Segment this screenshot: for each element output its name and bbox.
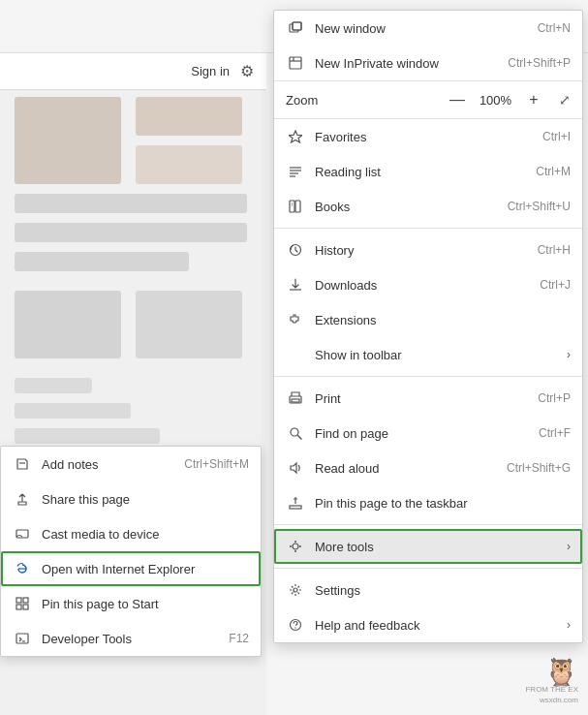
svg-point-51: [294, 627, 295, 628]
svg-rect-17: [23, 598, 28, 603]
dev-tools-icon: [13, 629, 32, 648]
content-blob-7: [15, 291, 121, 358]
zoom-label: Zoom: [286, 93, 446, 108]
share-page-label: Share this page: [42, 492, 249, 507]
menu-help[interactable]: Help and feedback ›: [274, 607, 582, 642]
add-notes-icon: [13, 454, 32, 474]
more-tools-label: More tools: [315, 540, 559, 554]
svg-marker-28: [289, 131, 302, 142]
find-label: Find on page: [315, 426, 539, 441]
read-aloud-label: Read aloud: [315, 461, 507, 476]
zoom-plus-button[interactable]: +: [522, 88, 545, 111]
menu-inprivate[interactable]: New InPrivate window Ctrl+Shift+P: [274, 46, 582, 80]
divider-2: [274, 376, 582, 377]
favorites-icon: [286, 127, 305, 146]
signin-label[interactable]: Sign in: [191, 64, 230, 78]
inprivate-label: New InPrivate window: [315, 56, 508, 71]
settings-label: Settings: [315, 583, 571, 598]
submenu-open-ie[interactable]: Open with Internet Explorer: [1, 551, 261, 586]
submenu-share-page[interactable]: Share this page: [1, 482, 261, 516]
favorites-shortcut: Ctrl+I: [542, 130, 571, 143]
books-label: Books: [315, 200, 508, 214]
menu-show-toolbar[interactable]: Show in toolbar ›: [274, 337, 582, 372]
svg-point-49: [294, 588, 297, 592]
add-notes-label: Add notes: [42, 457, 184, 472]
menu-more-tools[interactable]: More tools ›: [274, 529, 582, 564]
svg-rect-19: [23, 605, 28, 609]
dev-tools-shortcut: F12: [229, 632, 249, 645]
print-icon: [286, 389, 305, 408]
content-blob-8: [136, 291, 242, 358]
dev-tools-label: Developer Tools: [42, 632, 229, 646]
menu-favorites[interactable]: Favorites Ctrl+I: [274, 119, 582, 154]
zoom-value-display: 100%: [479, 93, 512, 108]
share-page-icon: [13, 489, 32, 509]
content-blob-2: [136, 97, 242, 136]
read-aloud-icon: [286, 458, 305, 478]
svg-rect-43: [290, 506, 301, 509]
more-tools-submenu: Add notes Ctrl+Shift+M Share this page C…: [0, 446, 262, 657]
find-icon: [286, 423, 305, 443]
new-window-shortcut: Ctrl+N: [538, 21, 571, 35]
open-ie-label: Open with Internet Explorer: [42, 562, 249, 576]
svg-point-44: [293, 544, 298, 549]
menu-new-window[interactable]: New window Ctrl+N: [274, 11, 582, 46]
watermark: 🦉 FROM THE EX wsxdn.com: [491, 657, 578, 705]
inprivate-shortcut: Ctrl+Shift+P: [508, 56, 571, 70]
menu-reading-list[interactable]: Reading list Ctrl+M: [274, 154, 582, 189]
pin-start-label: Pin this page to Start: [42, 597, 249, 611]
menu-find[interactable]: Find on page Ctrl+F: [274, 416, 582, 451]
watermark-text: FROM THE EX wsxdn.com: [525, 685, 578, 705]
favorites-label: Favorites: [315, 130, 542, 144]
add-notes-shortcut: Ctrl+Shift+M: [184, 457, 249, 471]
ie-icon: [13, 559, 32, 578]
content-blob-4: [15, 194, 247, 213]
extensions-label: Extensions: [315, 313, 571, 327]
extensions-icon: [286, 310, 305, 329]
history-label: History: [315, 243, 538, 258]
submenu-add-notes[interactable]: Add notes Ctrl+Shift+M: [1, 447, 261, 482]
show-toolbar-label: Show in toolbar: [315, 348, 559, 362]
svg-rect-34: [295, 201, 300, 212]
zoom-controls: — 100% + ⤢: [446, 88, 571, 111]
zoom-minus-button[interactable]: —: [446, 88, 469, 111]
reading-list-shortcut: Ctrl+M: [536, 165, 571, 178]
zoom-expand-button[interactable]: ⤢: [559, 92, 571, 108]
pin-start-icon: [13, 594, 32, 613]
find-shortcut: Ctrl+F: [539, 426, 571, 440]
more-tools-icon: [286, 537, 305, 556]
divider-3: [274, 524, 582, 525]
content-blob-1: [15, 97, 121, 184]
divider-1: [274, 228, 582, 229]
svg-rect-40: [292, 399, 299, 402]
history-icon: [286, 240, 305, 260]
menu-history[interactable]: History Ctrl+H: [274, 233, 582, 267]
menu-print[interactable]: Print Ctrl+P: [274, 381, 582, 416]
settings-icon: [286, 580, 305, 600]
content-blob-5: [15, 223, 247, 242]
cast-label: Cast media to device: [42, 527, 249, 542]
help-icon: [286, 615, 305, 635]
submenu-cast[interactable]: Cast media to device: [1, 516, 261, 551]
zoom-row: Zoom — 100% + ⤢: [274, 80, 582, 119]
svg-rect-18: [16, 605, 21, 609]
menu-books[interactable]: Books Ctrl+Shift+U: [274, 189, 582, 224]
svg-rect-23: [293, 22, 301, 30]
submenu-dev-tools[interactable]: Developer Tools F12: [1, 621, 261, 656]
divider-4: [274, 568, 582, 569]
print-label: Print: [315, 391, 538, 406]
books-icon: [286, 197, 305, 216]
svg-rect-25: [290, 57, 301, 69]
content-blob-11: [15, 428, 160, 444]
submenu-pin-start[interactable]: Pin this page to Start: [1, 586, 261, 621]
menu-read-aloud[interactable]: Read aloud Ctrl+Shift+G: [274, 451, 582, 485]
more-tools-arrow: ›: [567, 540, 571, 553]
menu-pin-taskbar[interactable]: Pin this page to the taskbar: [274, 485, 582, 520]
gear-icon[interactable]: ⚙: [237, 62, 257, 81]
main-dropdown-menu: New window Ctrl+N New InPrivate window C…: [273, 10, 583, 643]
menu-downloads[interactable]: Downloads Ctrl+J: [274, 267, 582, 302]
menu-extensions[interactable]: Extensions: [274, 302, 582, 337]
menu-settings[interactable]: Settings: [274, 573, 582, 607]
read-aloud-shortcut: Ctrl+Shift+G: [507, 461, 571, 475]
cast-icon: [13, 524, 32, 544]
